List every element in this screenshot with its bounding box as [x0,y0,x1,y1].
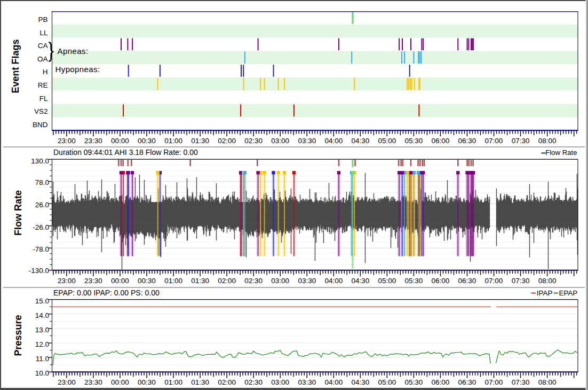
svg-text:Flow Rate: Flow Rate [13,190,23,236]
svg-text:LL: LL [39,29,48,37]
svg-text:06:30: 06:30 [458,137,476,145]
svg-text:05:30: 05:30 [405,277,423,285]
svg-text:-26.0: -26.0 [33,223,49,231]
svg-text:04:30: 04:30 [351,277,369,285]
svg-text:11.0: 11.0 [36,355,49,363]
svg-text:26.0: 26.0 [35,201,49,209]
svg-text:00:00: 00:00 [111,378,129,386]
svg-text:05:00: 05:00 [378,137,396,145]
svg-text:01:30: 01:30 [191,378,209,386]
svg-text:130.0: 130.0 [31,157,49,165]
svg-text:04:30: 04:30 [351,378,369,386]
svg-text:08:00: 08:00 [538,277,557,285]
svg-text:02:00: 02:00 [218,277,236,285]
svg-text:Event Flags: Event Flags [10,39,21,93]
svg-text:00:00: 00:00 [111,277,129,285]
svg-text:RE: RE [38,81,48,89]
svg-text:07:00: 07:00 [485,277,503,285]
svg-text:04:00: 04:00 [324,137,343,145]
svg-text:06:00: 06:00 [432,137,450,145]
svg-text:03:00: 03:00 [271,137,289,145]
svg-text:06:00: 06:00 [432,378,450,386]
svg-text:07:00: 07:00 [485,137,503,145]
svg-text:02:00: 02:00 [218,137,236,145]
svg-text:07:30: 07:30 [512,137,530,145]
svg-text:06:30: 06:30 [458,378,476,386]
svg-text:04:00: 04:00 [324,378,343,386]
svg-text:Hypopneas:: Hypopneas: [55,65,100,74]
svg-text:FL: FL [39,95,48,103]
svg-text:04:00: 04:00 [324,277,343,285]
svg-text:CA: CA [38,42,48,50]
svg-text:05:00: 05:00 [378,277,396,285]
svg-text:07:30: 07:30 [512,277,530,285]
svg-text:78.0: 78.0 [35,178,49,186]
svg-text:00:30: 00:30 [138,137,156,145]
svg-text:Apneas:: Apneas: [58,46,89,56]
svg-text:02:00: 02:00 [218,378,236,386]
svg-text:23:00: 23:00 [58,277,76,285]
svg-text:05:00: 05:00 [378,378,396,386]
svg-text:02:30: 02:30 [244,277,263,285]
svg-text:OA: OA [37,55,48,63]
svg-text:-78.0: -78.0 [33,245,49,253]
svg-text:04:30: 04:30 [351,137,369,145]
svg-text:03:00: 03:00 [271,378,289,386]
svg-text:-130.0: -130.0 [29,267,49,275]
svg-text:05:30: 05:30 [405,137,423,145]
svg-text:00:30: 00:30 [138,378,156,386]
svg-text:02:30: 02:30 [244,137,263,145]
svg-text:12.0: 12.0 [35,340,49,348]
svg-text:03:00: 03:00 [271,277,289,285]
svg-text:14.0: 14.0 [35,311,49,319]
svg-text:23:00: 23:00 [58,378,76,386]
svg-text:IPAP: IPAP [537,289,553,297]
svg-text:13.0: 13.0 [35,326,49,334]
svg-text:06:30: 06:30 [458,277,476,285]
svg-text:BND: BND [33,121,48,129]
svg-text:23:00: 23:00 [58,137,76,145]
svg-text:00:00: 00:00 [111,137,129,145]
svg-text:23:30: 23:30 [84,137,102,145]
svg-text:23:30: 23:30 [84,277,102,285]
svg-text:EPAP: EPAP [559,289,578,297]
svg-text:Flow Rate: Flow Rate [545,149,577,157]
svg-text:08:00: 08:00 [538,137,557,145]
svg-text:Pressure: Pressure [13,315,23,356]
svg-text:EPAP: 0.00 IPAP: 0.00 PS: 0.00: EPAP: 0.00 IPAP: 0.00 PS: 0.00 [53,288,160,297]
svg-text:15.0: 15.0 [35,297,49,305]
svg-text:H: H [43,68,48,76]
svg-text:08:00: 08:00 [538,378,557,386]
svg-text:03:30: 03:30 [298,378,316,386]
svg-text:07:30: 07:30 [512,378,530,386]
svg-text:01:30: 01:30 [191,137,209,145]
svg-text:00:30: 00:30 [138,277,156,285]
svg-text:23:30: 23:30 [84,378,102,386]
svg-text:07:00: 07:00 [485,378,503,386]
svg-text:VS2: VS2 [34,107,48,115]
svg-text:01:00: 01:00 [164,378,182,386]
svg-text:01:30: 01:30 [191,277,209,285]
svg-text:06:00: 06:00 [432,277,450,285]
svg-text:02:30: 02:30 [244,378,263,386]
svg-text:Duration 09:44:01 AHI 3.18 Flo: Duration 09:44:01 AHI 3.18 Flow Rate: 0.… [53,148,198,157]
svg-text:03:30: 03:30 [298,137,316,145]
svg-text:PB: PB [38,15,47,24]
svg-text:01:00: 01:00 [164,137,182,145]
svg-text:01:00: 01:00 [164,277,182,285]
svg-text:05:30: 05:30 [405,378,423,386]
svg-text:10.0: 10.0 [35,369,49,377]
svg-text:03:30: 03:30 [298,277,316,285]
